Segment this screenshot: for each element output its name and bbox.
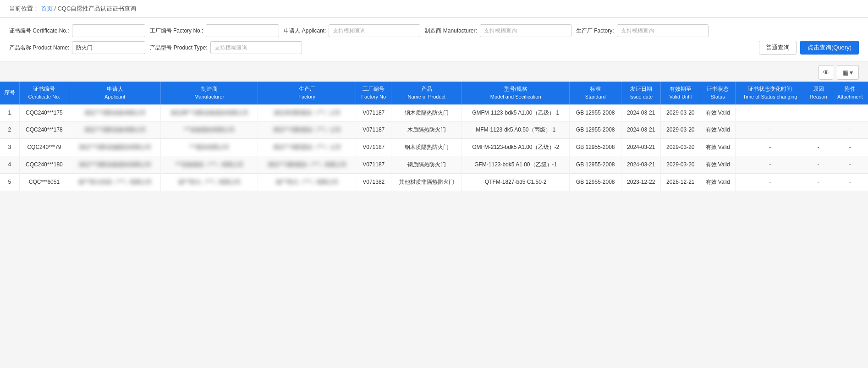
- cell-factory: 湖北***消防股份（***）公司: [258, 121, 356, 139]
- th-cert-no: 证书编号Certificate No.: [19, 82, 69, 104]
- cell-validUntil: 2029-03-20: [661, 104, 700, 121]
- click-query-button[interactable]: 点击查询(Query): [800, 41, 859, 55]
- product-type-input[interactable]: [210, 41, 302, 54]
- cert-no-input[interactable]: [72, 24, 145, 37]
- cell-applicant: 湖北***消防设备股份有限公司: [69, 156, 161, 173]
- cell-status: 有效 Valid: [700, 173, 736, 191]
- cell-no: 4: [0, 156, 19, 173]
- th-status: 证书状态Status: [700, 82, 736, 104]
- cell-product: 木质隔热防火门: [391, 121, 462, 139]
- cell-reason: -: [805, 156, 832, 173]
- factory-field: 生产厂 Factory:: [576, 24, 709, 37]
- cell-statusChangeTime: -: [735, 121, 805, 139]
- cell-model: GMFM-2123-bdk5 A1.00（乙级）-2: [462, 139, 570, 156]
- th-factory: 生产厂Factory: [258, 82, 356, 104]
- cell-statusChangeTime: -: [735, 139, 805, 156]
- product-type-label: 产品型号 Product Type:: [150, 44, 207, 52]
- applicant-field: 申请人 Applicant:: [284, 24, 420, 37]
- cell-standard: GB 12955-2008: [570, 104, 621, 121]
- cell-issueDate: 2024-03-21: [621, 156, 661, 173]
- table-header-row: 序号 证书编号Certificate No. 申请人Applicant 制造商M…: [0, 82, 868, 104]
- breadcrumb-home[interactable]: 首页: [41, 5, 53, 12]
- th-applicant: 申请人Applicant: [69, 82, 161, 104]
- cell-applicant: 湖北***消防设备有限公司: [69, 121, 161, 139]
- cell-status: 有效 Valid: [700, 139, 736, 156]
- table-row: 4CQC240***180湖北***消防设备股份有限公司***设备股份（***）…: [0, 156, 868, 173]
- cell-manufacturer: ***股份有限公司: [161, 139, 258, 156]
- cell-factoryNo: V071382: [356, 173, 391, 191]
- cert-no-field: 证书编号 Certificate No.:: [9, 24, 145, 37]
- cell-no: 3: [0, 139, 19, 156]
- cell-attachment: -: [832, 156, 868, 173]
- cell-product: 钢质隔热防火门: [391, 156, 462, 173]
- product-name-input[interactable]: [72, 41, 145, 54]
- cell-standard: GB 12955-2008: [570, 139, 621, 156]
- product-name-field: 产品名称 Product Name:: [9, 41, 145, 54]
- th-manufacturer: 制造商Manufacturer: [161, 82, 258, 104]
- th-standard: 标准Standard: [570, 82, 621, 104]
- applicant-label: 申请人 Applicant:: [284, 27, 326, 35]
- cell-validUntil: 2029-03-20: [661, 121, 700, 139]
- factory-no-field: 工厂编号 Factory No.:: [150, 24, 280, 37]
- table-row: 1CQC240***175湖北***消防设备有限公司湖北博***消防设备股份有限…: [0, 104, 868, 121]
- cell-validUntil: 2029-03-20: [661, 139, 700, 156]
- factory-input[interactable]: [617, 24, 709, 37]
- factory-label: 生产厂 Factory:: [576, 27, 614, 35]
- cell-model: MFM-1123-dk5 A0.50（丙级）-1: [462, 121, 570, 139]
- eye-icon: 👁: [823, 69, 829, 76]
- table-row: 5CQC***6051福***防火科技（***）有限公司福***防火（***）有…: [0, 173, 868, 191]
- table-row: 2CQC240***178湖北***消防设备有限公司***设备股份有限公司湖北*…: [0, 121, 868, 139]
- cell-applicant: 福***防火科技（***）有限公司: [69, 173, 161, 191]
- th-issue-date: 发证日期Issue date: [621, 82, 661, 104]
- results-table-container: 序号 证书编号Certificate No. 申请人Applicant 制造商M…: [0, 82, 868, 191]
- product-type-field: 产品型号 Product Type:: [150, 41, 302, 54]
- cell-statusChangeTime: -: [735, 104, 805, 121]
- normal-query-button[interactable]: 普通查询: [759, 41, 797, 55]
- cell-standard: GB 12955-2008: [570, 121, 621, 139]
- cell-attachment: -: [832, 173, 868, 191]
- cell-factoryNo: V071187: [356, 121, 391, 139]
- cell-certNo: CQC240***178: [19, 121, 69, 139]
- product-name-label: 产品名称 Product Name:: [9, 44, 69, 52]
- cell-validUntil: 2029-03-20: [661, 156, 700, 173]
- cell-certNo: CQC240***175: [19, 104, 69, 121]
- breadcrumb-prefix: 当前位置：: [9, 5, 39, 12]
- th-status-change-time: 证书状态变化时间Time of Status changing: [735, 82, 805, 104]
- cell-manufacturer: ***设备股份（***）有限公司: [161, 156, 258, 173]
- table-toolbar: 👁 ▦ ▾: [0, 61, 868, 82]
- cell-factory: 福***防火（***）有限公司: [258, 173, 356, 191]
- cell-manufacturer: ***设备股份有限公司: [161, 121, 258, 139]
- column-settings-button[interactable]: ▦ ▾: [837, 65, 859, 80]
- th-product: 产品Name of Product: [391, 82, 462, 104]
- cell-standard: GB 12955-2008: [570, 156, 621, 173]
- cell-reason: -: [805, 104, 832, 121]
- cell-status: 有效 Valid: [700, 156, 736, 173]
- cell-certNo: CQC240***79: [19, 139, 69, 156]
- cell-validUntil: 2028-12-21: [661, 173, 700, 191]
- cell-model: GMFM-1123-bdk5 A1.00（乙级）-1: [462, 104, 570, 121]
- cell-model: QTFM-1827-bd5 C1.50-2: [462, 173, 570, 191]
- cell-reason: -: [805, 173, 832, 191]
- table-row: 3CQC240***79湖北***消防设施股份有限公司***股份有限公司湖北**…: [0, 139, 868, 156]
- cell-factory: 湖北***消防股份（***）公司: [258, 139, 356, 156]
- cell-reason: -: [805, 121, 832, 139]
- cell-status: 有效 Valid: [700, 104, 736, 121]
- th-reason: 原因Reason: [805, 82, 832, 104]
- cell-applicant: 湖北***消防设施股份有限公司: [69, 139, 161, 156]
- eye-toggle-button[interactable]: 👁: [819, 65, 833, 80]
- cell-model: GFM-1123-bdk5 A1.00（乙级）-1: [462, 156, 570, 173]
- cell-standard: GB 12955-2008: [570, 173, 621, 191]
- manufacturer-input[interactable]: [480, 24, 571, 37]
- breadcrumb: 当前位置： 首页 / CQC自愿性产品认证证书查询: [0, 0, 868, 18]
- query-buttons: 普通查询 点击查询(Query): [759, 41, 859, 55]
- cell-attachment: -: [832, 139, 868, 156]
- cell-issueDate: 2024-03-21: [621, 121, 661, 139]
- applicant-input[interactable]: [329, 24, 420, 37]
- cell-statusChangeTime: -: [735, 173, 805, 191]
- cert-no-label: 证书编号 Certificate No.:: [9, 27, 69, 35]
- cell-factoryNo: V071187: [356, 104, 391, 121]
- chevron-down-icon: ▾: [850, 69, 853, 76]
- factory-no-input[interactable]: [206, 24, 279, 37]
- cell-issueDate: 2024-03-21: [621, 139, 661, 156]
- th-factory-no: 工厂编号Factory No: [356, 82, 391, 104]
